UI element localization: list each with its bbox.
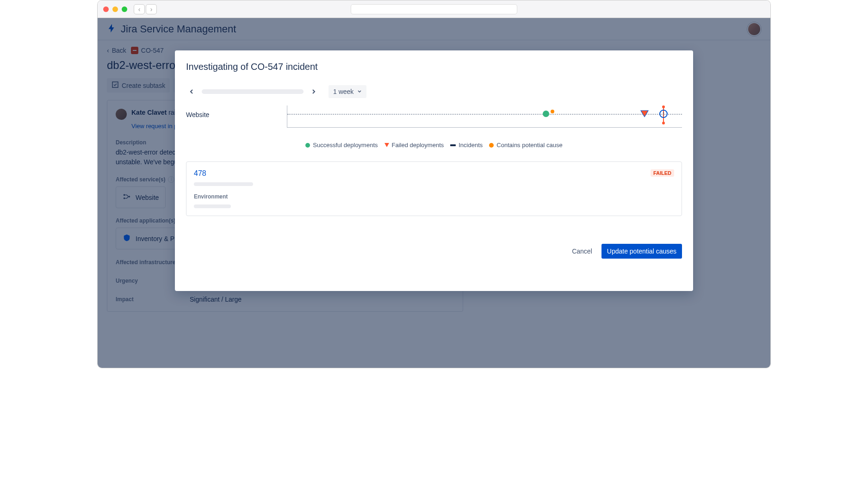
time-range-label: 1 week	[333, 88, 353, 95]
environment-value-placeholder	[194, 204, 231, 208]
window-maximize-button[interactable]	[122, 6, 127, 12]
legend-success-icon	[305, 143, 310, 148]
browser-back-button[interactable]: ‹	[134, 4, 145, 14]
chevron-down-icon	[357, 88, 362, 95]
window-close-button[interactable]	[103, 6, 109, 12]
timeline-row-label: Website	[186, 105, 287, 118]
modal-title: Investigating of CO-547 incident	[186, 62, 682, 72]
timeline-legend: Successful deployments Failed deployment…	[186, 142, 682, 149]
cancel-button[interactable]: Cancel	[566, 244, 598, 259]
environment-label: Environment	[194, 193, 253, 200]
investigate-incident-modal: Investigating of CO-547 incident 1 week …	[175, 50, 693, 291]
timeline-prev-button[interactable]	[186, 86, 197, 97]
legend-success-label: Successful deployments	[313, 142, 378, 149]
legend-incidents-icon	[450, 144, 456, 146]
legend-failed-label: Failed deployments	[392, 142, 444, 149]
timeline-track[interactable]: !	[287, 105, 682, 128]
incident-marker[interactable]: !	[659, 110, 668, 118]
address-bar[interactable]	[351, 4, 517, 14]
window-minimize-button[interactable]	[112, 6, 118, 12]
update-potential-causes-button[interactable]: Update potential causes	[601, 244, 682, 259]
legend-failed-icon	[384, 143, 389, 147]
deployment-card[interactable]: 478 Environment FAILED	[186, 161, 682, 216]
legend-incidents-label: Incidents	[459, 142, 483, 149]
deployment-name-placeholder	[194, 182, 253, 186]
status-badge: FAILED	[651, 169, 674, 177]
legend-potential-label: Contains potential cause	[496, 142, 562, 149]
failed-deployment-marker[interactable]	[640, 111, 649, 118]
deployment-id[interactable]: 478	[194, 169, 253, 178]
browser-forward-button[interactable]: ›	[146, 4, 157, 14]
legend-potential-icon	[489, 143, 494, 148]
time-range-select[interactable]: 1 week	[329, 85, 366, 98]
success-deployment-marker[interactable]	[543, 111, 549, 117]
potential-cause-marker[interactable]	[551, 110, 554, 113]
timeline-next-button[interactable]	[308, 86, 319, 97]
window-titlebar: ‹ ›	[98, 0, 770, 18]
timeline-date-range-placeholder	[202, 89, 304, 94]
